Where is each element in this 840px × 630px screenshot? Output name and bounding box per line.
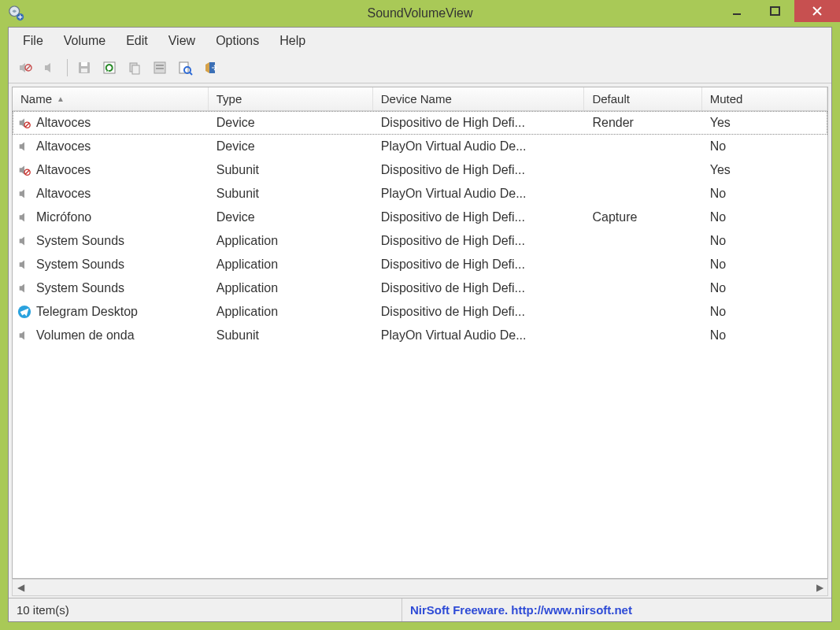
menu-edit[interactable]: Edit bbox=[117, 31, 157, 51]
table-row[interactable]: AltavocesSubunitPlayOn Virtual Audio De.… bbox=[13, 182, 827, 206]
telegram-icon bbox=[17, 305, 31, 319]
window-controls bbox=[719, 0, 840, 22]
cell-device: PlayOn Virtual Audio De... bbox=[373, 139, 585, 154]
list-body: AltavocesDeviceDispositivo de High Defi.… bbox=[13, 111, 827, 578]
menu-view[interactable]: View bbox=[159, 31, 205, 51]
menu-options[interactable]: Options bbox=[206, 31, 268, 51]
menubar: File Volume Edit View Options Help bbox=[9, 28, 831, 54]
cell-muted: No bbox=[702, 139, 827, 154]
app-icon bbox=[8, 5, 25, 22]
cell-device: PlayOn Virtual Audio De... bbox=[373, 328, 585, 343]
cell-name: Micrófono bbox=[36, 210, 91, 224]
cell-muted: No bbox=[702, 234, 827, 248]
svg-rect-13 bbox=[156, 68, 164, 69]
cell-device: Dispositivo de High Defi... bbox=[373, 163, 585, 177]
svg-rect-2 bbox=[733, 13, 741, 15]
speaker-icon bbox=[17, 187, 31, 201]
col-header-muted[interactable]: Muted bbox=[702, 87, 827, 110]
unmute-icon[interactable] bbox=[40, 57, 61, 78]
speaker-muted-icon bbox=[17, 116, 31, 130]
properties-icon[interactable] bbox=[150, 57, 170, 78]
col-header-default[interactable]: Default bbox=[584, 87, 701, 110]
table-row[interactable]: Telegram DesktopApplicationDispositivo d… bbox=[13, 300, 827, 324]
cell-muted: No bbox=[702, 328, 827, 343]
cell-device: Dispositivo de High Defi... bbox=[373, 305, 585, 319]
cell-muted: Yes bbox=[702, 116, 827, 130]
cell-type: Subunit bbox=[209, 163, 373, 177]
speaker-icon bbox=[17, 328, 31, 343]
col-header-name[interactable]: Name▲ bbox=[13, 87, 209, 110]
sort-indicator-icon: ▲ bbox=[57, 94, 65, 103]
cell-device: PlayOn Virtual Audio De... bbox=[373, 187, 585, 201]
speaker-icon bbox=[17, 258, 31, 272]
svg-rect-12 bbox=[156, 65, 164, 66]
cell-name: Altavoces bbox=[36, 187, 91, 201]
cell-type: Subunit bbox=[209, 187, 373, 201]
cell-name: Altavoces bbox=[36, 163, 91, 177]
table-row[interactable]: AltavocesSubunitDispositivo de High Defi… bbox=[13, 158, 827, 182]
cell-type: Subunit bbox=[209, 328, 373, 343]
table-row[interactable]: MicrófonoDeviceDispositivo de High Defi.… bbox=[13, 206, 827, 229]
menu-volume[interactable]: Volume bbox=[54, 31, 115, 51]
table-row[interactable]: AltavocesDevicePlayOn Virtual Audio De..… bbox=[13, 135, 827, 158]
col-header-device[interactable]: Device Name bbox=[373, 87, 585, 110]
cell-muted: No bbox=[702, 187, 827, 201]
cell-default: Capture bbox=[584, 210, 701, 224]
cell-type: Device bbox=[209, 139, 373, 154]
cell-name: Altavoces bbox=[36, 116, 91, 130]
cell-name: Volumen de onda bbox=[36, 328, 135, 343]
col-header-type[interactable]: Type bbox=[209, 87, 373, 110]
scroll-right-arrow-icon[interactable]: ▶ bbox=[813, 582, 826, 593]
table-row[interactable]: System SoundsApplicationDispositivo de H… bbox=[13, 229, 827, 253]
cell-device: Dispositivo de High Defi... bbox=[373, 281, 585, 295]
table-row[interactable]: System SoundsApplicationDispositivo de H… bbox=[13, 276, 827, 300]
close-button[interactable] bbox=[794, 0, 840, 22]
table-row[interactable]: Volumen de ondaSubunitPlayOn Virtual Aud… bbox=[13, 324, 827, 347]
save-icon[interactable] bbox=[74, 57, 94, 78]
cell-name: System Sounds bbox=[36, 234, 124, 248]
speaker-icon bbox=[17, 139, 31, 154]
cell-muted: No bbox=[702, 281, 827, 295]
find-icon[interactable] bbox=[175, 57, 195, 78]
cell-type: Device bbox=[209, 210, 373, 224]
table-row[interactable]: System SoundsApplicationDispositivo de H… bbox=[13, 253, 827, 276]
cell-device: Dispositivo de High Defi... bbox=[373, 258, 585, 272]
speaker-icon bbox=[17, 234, 31, 248]
status-vendor-link[interactable]: NirSoft Freeware. http://www.nirsoft.net bbox=[402, 598, 831, 621]
cell-name: System Sounds bbox=[36, 258, 124, 272]
column-headers: Name▲ Type Device Name Default Muted bbox=[13, 87, 827, 111]
menu-file[interactable]: File bbox=[13, 31, 53, 51]
maximize-button[interactable] bbox=[757, 0, 794, 22]
table-row[interactable]: AltavocesDeviceDispositivo de High Defi.… bbox=[13, 111, 827, 135]
horizontal-scrollbar[interactable]: ◀ ▶ bbox=[12, 579, 828, 596]
menu-help[interactable]: Help bbox=[270, 31, 315, 51]
cell-muted: No bbox=[702, 210, 827, 224]
cell-name: Altavoces bbox=[36, 139, 91, 154]
cell-muted: Yes bbox=[702, 163, 827, 177]
svg-rect-6 bbox=[81, 62, 87, 66]
svg-rect-3 bbox=[771, 7, 779, 15]
cell-device: Dispositivo de High Defi... bbox=[373, 234, 585, 248]
mute-icon[interactable] bbox=[15, 57, 35, 78]
cell-type: Application bbox=[209, 281, 373, 295]
statusbar: 10 item(s) NirSoft Freeware. http://www.… bbox=[9, 598, 831, 621]
speaker-icon bbox=[17, 281, 31, 295]
svg-rect-10 bbox=[132, 65, 139, 74]
cell-device: Dispositivo de High Defi... bbox=[373, 116, 585, 130]
minimize-button[interactable] bbox=[719, 0, 757, 22]
status-item-count: 10 item(s) bbox=[9, 598, 402, 621]
scroll-left-arrow-icon[interactable]: ◀ bbox=[14, 582, 27, 593]
cell-muted: No bbox=[702, 258, 827, 272]
scroll-track[interactable] bbox=[27, 582, 813, 593]
exit-icon[interactable] bbox=[200, 57, 220, 78]
cell-default: Render bbox=[584, 116, 701, 130]
list-view[interactable]: Name▲ Type Device Name Default Muted Alt… bbox=[12, 87, 828, 579]
speaker-icon bbox=[17, 210, 31, 224]
cell-name: Telegram Desktop bbox=[36, 305, 138, 319]
cell-muted: No bbox=[702, 305, 827, 319]
cell-type: Device bbox=[209, 116, 373, 130]
titlebar[interactable]: SoundVolumeView bbox=[0, 0, 840, 27]
cell-type: Application bbox=[209, 234, 373, 248]
copy-icon[interactable] bbox=[124, 57, 145, 78]
refresh-icon[interactable] bbox=[99, 57, 120, 78]
